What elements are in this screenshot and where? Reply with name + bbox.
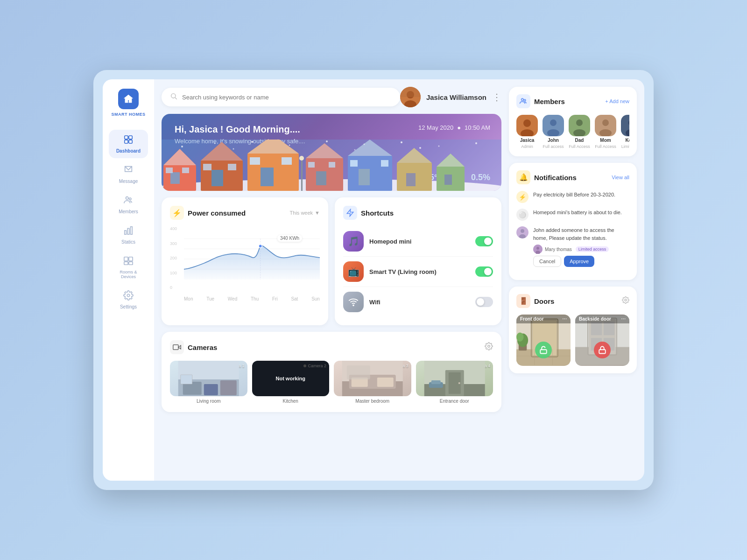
access-notif-text: John added someone to access the home, P… bbox=[533, 226, 629, 242]
approve-access-button[interactable]: Approve bbox=[564, 256, 594, 267]
power-card-header: ⚡ Power consumed This week ▼ bbox=[170, 206, 320, 220]
svg-rect-47 bbox=[381, 160, 388, 167]
message-label: Message bbox=[119, 179, 138, 184]
svg-rect-26 bbox=[166, 168, 173, 173]
svg-point-107 bbox=[523, 119, 531, 127]
door-backside: Backside door ⋯ bbox=[575, 315, 629, 366]
doors-panel-title: 🚪 Doors bbox=[516, 294, 554, 308]
right-panel: Members + Add new Ja bbox=[509, 79, 644, 481]
camera-item-4: Camera 4 bbox=[416, 361, 493, 404]
main-content: Jasica Williamson ⋮ 12 May 2020 ● 10:50 … bbox=[154, 79, 509, 481]
doors-settings-button[interactable] bbox=[622, 296, 629, 306]
svg-rect-103 bbox=[431, 380, 440, 384]
svg-rect-3 bbox=[125, 140, 128, 143]
svg-rect-45 bbox=[359, 169, 370, 185]
door-front: Front door ⋯ bbox=[516, 315, 571, 366]
shortcuts-card: Shortcuts 🎵 Homepod mini bbox=[335, 197, 501, 325]
homepod-icon: 🎵 bbox=[343, 231, 364, 252]
access-notif-icon bbox=[516, 226, 529, 238]
wifi-toggle[interactable] bbox=[475, 297, 493, 307]
power-week-label[interactable]: This week ▼ bbox=[290, 210, 320, 216]
add-new-member-button[interactable]: + Add new bbox=[605, 98, 629, 104]
svg-point-63 bbox=[181, 146, 183, 147]
camera-item-3: Camera 3 Master bedroom bbox=[334, 361, 411, 404]
search-icon bbox=[170, 92, 177, 102]
tv-name: Smart TV (Living room) bbox=[369, 268, 437, 275]
door-front-lock[interactable] bbox=[535, 342, 552, 358]
members-panel-header: Members + Add new bbox=[516, 94, 629, 108]
svg-rect-31 bbox=[203, 164, 211, 170]
chart-area: 4003002001000 340 KWh bbox=[170, 226, 320, 301]
svg-point-104 bbox=[521, 98, 524, 101]
logo-icon bbox=[118, 89, 139, 109]
svg-rect-25 bbox=[170, 172, 180, 184]
sidebar-item-dashboard[interactable]: Dashboard bbox=[109, 130, 148, 158]
members-panel: Members + Add new Ja bbox=[509, 87, 637, 156]
svg-rect-12 bbox=[124, 262, 128, 265]
svg-rect-4 bbox=[129, 140, 132, 143]
door-backside-lock[interactable] bbox=[594, 342, 611, 358]
power-peak-label: 340 KWh bbox=[277, 235, 302, 242]
cameras-settings-button[interactable] bbox=[485, 342, 493, 353]
svg-rect-53 bbox=[444, 175, 452, 185]
cancel-access-button[interactable]: Cancel bbox=[533, 256, 561, 267]
doors-panel-header: 🚪 Doors bbox=[516, 294, 629, 308]
sidebar-item-message[interactable]: Message bbox=[109, 160, 148, 189]
cameras-icon bbox=[170, 340, 184, 354]
search-bar[interactable] bbox=[162, 88, 400, 106]
member-jasica: Jasica Admin bbox=[516, 115, 538, 149]
svg-point-81 bbox=[353, 305, 354, 306]
member-role-kevin: Limited A... bbox=[621, 144, 629, 149]
svg-rect-147 bbox=[604, 322, 614, 335]
homepod-toggle[interactable] bbox=[475, 236, 493, 246]
sidebar-item-members[interactable]: Members bbox=[109, 190, 148, 219]
y-axis: 4003002001000 bbox=[170, 226, 177, 290]
sidebar-item-statics[interactable]: Statics bbox=[109, 221, 148, 249]
settings-icon bbox=[123, 290, 134, 302]
member-avatar-dad bbox=[569, 115, 590, 136]
tv-icon: 📺 bbox=[343, 261, 364, 282]
svg-rect-89 bbox=[181, 375, 192, 384]
homepod-name: Homepod mini bbox=[369, 238, 411, 245]
sidebar-item-rooms[interactable]: Rooms & Devices bbox=[109, 251, 148, 284]
notif-battery: ⚪ Homepod mini's battery is about to die… bbox=[516, 209, 629, 221]
notifications-panel-header: 🔔 Notifications View all bbox=[516, 170, 629, 184]
svg-point-70 bbox=[438, 146, 440, 147]
svg-point-125 bbox=[536, 247, 539, 250]
tv-toggle[interactable] bbox=[475, 266, 493, 277]
camera-thumb-1: Camera 1 bbox=[170, 361, 247, 396]
more-options-button[interactable]: ⋮ bbox=[492, 91, 501, 103]
door-front-more[interactable]: ⋯ bbox=[562, 316, 567, 322]
search-input[interactable] bbox=[182, 94, 392, 101]
svg-point-64 bbox=[214, 143, 216, 144]
svg-point-72 bbox=[233, 148, 234, 150]
doors-title-icon: 🚪 bbox=[516, 294, 530, 308]
member-kevin: Kevin Limited A... bbox=[621, 115, 629, 149]
shortcuts-header: Shortcuts bbox=[343, 206, 493, 220]
camera-label-4: Entrance door bbox=[416, 399, 493, 404]
hero-banner: 12 May 2020 ● 10:50 AM Hi, Jasica ! Good… bbox=[162, 114, 501, 191]
members-label: Members bbox=[119, 209, 138, 214]
door-backside-name: Backside door bbox=[579, 316, 611, 322]
not-working-overlay: Not working bbox=[252, 361, 330, 396]
svg-rect-8 bbox=[127, 228, 129, 234]
member-name-mom: Mom bbox=[600, 138, 611, 143]
svg-rect-46 bbox=[350, 160, 358, 167]
wifi-name: Wifi bbox=[369, 299, 381, 306]
door-backside-more[interactable]: ⋯ bbox=[621, 316, 626, 322]
svg-point-105 bbox=[524, 99, 526, 101]
shortcut-item-wifi: Wifi bbox=[343, 287, 493, 317]
sidebar-item-settings[interactable]: Settings bbox=[109, 286, 148, 314]
svg-line-16 bbox=[175, 98, 177, 99]
rooms-icon bbox=[123, 256, 134, 268]
member-avatar-jasica bbox=[516, 115, 538, 136]
user-avatar bbox=[400, 87, 421, 107]
svg-rect-54 bbox=[301, 158, 303, 191]
svg-point-136 bbox=[516, 333, 523, 342]
notif-access: John added someone to access the home, P… bbox=[516, 226, 629, 267]
svg-rect-95 bbox=[377, 378, 394, 387]
view-all-notifications-button[interactable]: View all bbox=[612, 175, 629, 180]
svg-point-83 bbox=[488, 345, 490, 347]
svg-point-6 bbox=[129, 198, 131, 200]
svg-point-127 bbox=[625, 299, 627, 301]
